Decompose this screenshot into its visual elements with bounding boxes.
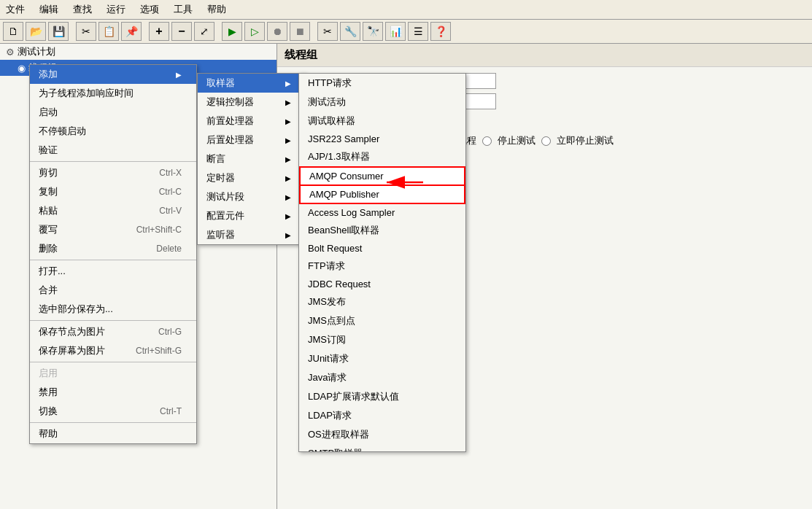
ctx1-overwrite-shortcut: Ctrl+Shift-C	[136, 225, 182, 235]
ctx1-validate[interactable]: 验证	[30, 141, 196, 160]
menu-file[interactable]: 文件	[3, 1, 28, 18]
toolbar-copy[interactable]: 📋	[98, 22, 119, 41]
ctx2-post-arrow: ▶	[285, 136, 291, 144]
context-menu-3: HTTP请求 测试活动 调试取样器 JSR223 Sampler AJP/1.3…	[298, 73, 466, 452]
ctx1-save-node-shortcut: Ctrl-G	[158, 327, 182, 337]
toolbar-run[interactable]: ▶	[222, 22, 242, 41]
menu-find[interactable]: 查找	[70, 1, 95, 18]
ctx2-logic[interactable]: 逻辑控制器 ▶	[198, 93, 306, 112]
ctx2-test-fragment[interactable]: 测试片段 ▶	[198, 187, 306, 206]
radio-stop-test[interactable]	[482, 136, 492, 146]
ctx3-http[interactable]: HTTP请求	[299, 74, 465, 93]
ctx1-save-screen-image[interactable]: 保存屏幕为图片 Ctrl+Shift-G	[30, 341, 196, 360]
toolbar-expand[interactable]: ⤢	[194, 22, 214, 41]
ctx3-bolt[interactable]: Bolt Request	[299, 240, 465, 257]
ctx1-paste[interactable]: 粘贴 Ctrl-V	[30, 201, 196, 220]
ctx2-post-processor[interactable]: 后置处理器 ▶	[198, 131, 306, 149]
toolbar-add[interactable]: +	[149, 22, 169, 41]
toolbar-new[interactable]: 🗋	[3, 22, 23, 41]
radio-stop-now[interactable]	[541, 136, 551, 146]
ctx3-jms-publish[interactable]: JMS发布	[299, 292, 465, 311]
ctx1-delete-shortcut: Delete	[156, 244, 182, 254]
ctx1-save-node-image[interactable]: 保存节点为图片 Ctrl-G	[30, 322, 196, 341]
toolbar: 🗋 📂 💾 ✂ 📋 📌 + − ⤢ ▶ ▷ ⏺ ⏹ ✂ 🔧 🔭 📊 ☰ ❓	[0, 20, 812, 44]
toolbar-run-start[interactable]: ▷	[244, 22, 265, 41]
thread-group-icon: ◉	[18, 63, 26, 74]
ctx1-add-response-time[interactable]: 为子线程添加响应时间	[30, 84, 196, 103]
toolbar-cut[interactable]: ✂	[76, 22, 96, 41]
ctx1-open[interactable]: 打开...	[30, 262, 196, 281]
ctx1-overwrite[interactable]: 覆写 Ctrl+Shift-C	[30, 220, 196, 239]
ctx2-config[interactable]: 配置元件 ▶	[198, 206, 306, 225]
toolbar-help[interactable]: ❓	[430, 22, 451, 41]
ctx2-timer[interactable]: 定时器 ▶	[198, 168, 306, 187]
ctx1-save-screen-shortcut: Ctrl+Shift-G	[136, 346, 182, 356]
ctx1-add[interactable]: 添加 ▶	[30, 65, 196, 84]
ctx1-save-selection[interactable]: 选中部分保存为...	[30, 300, 196, 319]
ctx1-toggle-shortcut: Ctrl-T	[160, 406, 182, 416]
menu-help[interactable]: 帮助	[204, 1, 229, 18]
toolbar-save[interactable]: 💾	[48, 22, 69, 41]
ctx2-assertion-arrow: ▶	[285, 155, 291, 163]
toolbar-shears[interactable]: ✂	[317, 22, 338, 41]
menu-edit[interactable]: 编辑	[36, 1, 61, 18]
toolbar-list[interactable]: ☰	[408, 22, 428, 41]
toolbar-stop-remote[interactable]: ⏹	[290, 22, 310, 41]
ctx3-junit[interactable]: JUnit请求	[299, 349, 465, 368]
ctx1-toggle[interactable]: 切换 Ctrl-T	[30, 402, 196, 421]
test-plan-label: 测试计划	[18, 45, 55, 58]
toolbar-stop[interactable]: ⏺	[267, 22, 287, 41]
ctx2-sampler-arrow: ▶	[285, 79, 291, 88]
ctx2-assertion[interactable]: 断言 ▶	[198, 149, 306, 168]
ctx1-paste-shortcut: Ctrl-V	[159, 206, 182, 216]
ctx2-pre-processor[interactable]: 前置处理器 ▶	[198, 112, 306, 131]
ctx1-merge[interactable]: 合并	[30, 281, 196, 300]
test-plan-icon: ⚙	[6, 47, 15, 58]
ctx3-debug-sampler[interactable]: 调试取样器	[299, 112, 465, 131]
ctx3-access-log[interactable]: Access Log Sampler	[299, 204, 465, 221]
ctx2-listener[interactable]: 监听器 ▶	[198, 225, 306, 244]
toolbar-open[interactable]: 📂	[26, 22, 46, 41]
ctx3-test-activity[interactable]: 测试活动	[299, 93, 465, 112]
ctx1-help[interactable]: 帮助	[30, 424, 196, 443]
ctx1-start[interactable]: 启动	[30, 103, 196, 122]
ctx2-listener-arrow: ▶	[285, 231, 291, 239]
ctx3-os-process[interactable]: OS进程取样器	[299, 425, 465, 444]
ctx3-smtp[interactable]: SMTP取样器	[299, 444, 465, 452]
ctx1-sep3	[30, 320, 196, 321]
ctx3-ftp[interactable]: FTP请求	[299, 257, 465, 276]
menu-run[interactable]: 运行	[104, 1, 128, 18]
toolbar-binoculars[interactable]: 🔭	[363, 22, 383, 41]
ctx2-pre-arrow: ▶	[285, 117, 291, 125]
toolbar-remove[interactable]: −	[171, 22, 192, 41]
ctx3-ldap-ext[interactable]: LDAP扩展请求默认值	[299, 387, 465, 406]
ctx3-amqp-consumer[interactable]: AMQP Consumer	[299, 166, 465, 186]
toolbar-remote[interactable]: 🔧	[340, 22, 360, 41]
toolbar-report[interactable]: 📊	[385, 22, 406, 41]
ctx3-java[interactable]: Java请求	[299, 368, 465, 387]
toolbar-paste[interactable]: 📌	[121, 22, 142, 41]
ctx2-sampler[interactable]: 取样器 ▶	[198, 74, 306, 93]
menu-bar: 文件 编辑 查找 运行 选项 工具 帮助	[0, 0, 812, 20]
ctx1-cut[interactable]: 剪切 Ctrl-X	[30, 163, 196, 182]
context-menu-1: 添加 ▶ 为子线程添加响应时间 启动 不停顿启动 验证 剪切 Ctrl-X 复制…	[29, 64, 197, 444]
ctx1-no-pause-start[interactable]: 不停顿启动	[30, 122, 196, 141]
tree-item-test-plan[interactable]: ⚙ 测试计划	[0, 44, 277, 60]
ctx3-ldap[interactable]: LDAP请求	[299, 406, 465, 425]
ctx3-beanshell[interactable]: BeanShell取样器	[299, 221, 465, 240]
ctx1-delete[interactable]: 删除 Delete	[30, 239, 196, 258]
ctx2-timer-arrow: ▶	[285, 174, 291, 182]
ctx3-ajp[interactable]: AJP/1.3取样器	[299, 147, 465, 166]
ctx3-jms-point[interactable]: JMS点到点	[299, 311, 465, 330]
menu-options[interactable]: 选项	[137, 1, 162, 18]
ctx3-jms-subscribe[interactable]: JMS订阅	[299, 330, 465, 349]
ctx1-copy[interactable]: 复制 Ctrl-C	[30, 182, 196, 201]
ctx3-amqp-publisher[interactable]: AMQP Publisher	[299, 186, 465, 204]
ctx1-enable: 启用	[30, 364, 196, 383]
menu-tools[interactable]: 工具	[171, 1, 196, 18]
ctx3-jsr223[interactable]: JSR223 Sampler	[299, 131, 465, 147]
ctx2-test-fragment-arrow: ▶	[285, 193, 291, 201]
ctx2-logic-arrow: ▶	[285, 98, 291, 106]
ctx3-jdbc[interactable]: JDBC Request	[299, 276, 465, 292]
ctx1-disable[interactable]: 禁用	[30, 383, 196, 402]
